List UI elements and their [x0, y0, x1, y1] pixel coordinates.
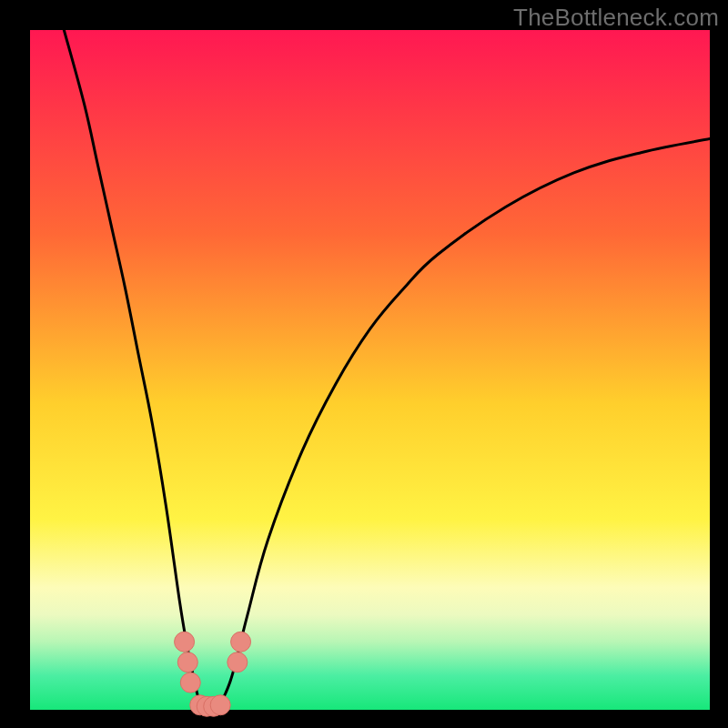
bottleneck-chart: [0, 0, 728, 728]
data-marker: [210, 695, 230, 715]
attribution-text: TheBottleneck.com: [513, 4, 719, 32]
data-marker: [175, 632, 195, 652]
chart-frame: TheBottleneck.com: [0, 0, 728, 728]
data-marker: [228, 652, 248, 672]
data-marker: [180, 672, 200, 693]
data-marker: [177, 652, 197, 672]
gradient-background: [30, 30, 710, 710]
data-marker: [231, 632, 251, 652]
